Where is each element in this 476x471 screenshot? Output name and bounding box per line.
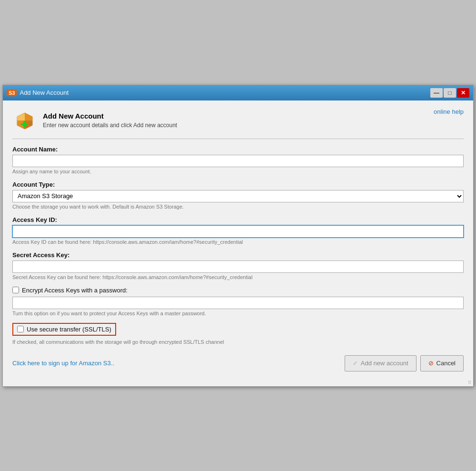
title-bar-title: Add New Account (20, 89, 69, 96)
access-key-section: Access Key ID: Access Key ID can be foun… (12, 216, 464, 245)
window-controls: — □ ✕ (430, 88, 469, 98)
add-account-button[interactable]: ✓ Add new account (345, 355, 416, 371)
title-bar-left: S3 Add New Account (7, 89, 69, 96)
app-icon (12, 108, 37, 133)
access-key-hint: Access Key ID can be found here: https:/… (12, 239, 464, 245)
account-name-section: Account Name: Assign any name to your ac… (12, 146, 464, 174)
secure-transfer-section: Use secure transfer (SSL/TLS) If checked… (12, 323, 464, 345)
resize-handle[interactable]: ⠿ (3, 379, 473, 386)
cancel-button[interactable]: ⊘ Cancel (420, 355, 464, 371)
account-type-section: Account Type: Amazon S3 Storage Google C… (12, 181, 464, 210)
encrypt-keys-row: Encrypt Access Keys with a password: (12, 287, 464, 294)
secret-key-input[interactable] (12, 261, 464, 273)
footer-section: Click here to sign up for Amazon S3.. ✓ … (12, 351, 464, 371)
encrypt-keys-hint: Turn this option on if you want to prote… (12, 311, 464, 316)
header-left: Add New Account Enter new account detail… (12, 108, 177, 133)
secret-key-label: Secret Access Key: (12, 251, 464, 259)
account-type-select[interactable]: Amazon S3 Storage Google Cloud Storage A… (12, 190, 464, 202)
svg-marker-2 (25, 113, 32, 120)
maximize-button[interactable]: □ (444, 88, 456, 98)
header-divider (12, 139, 464, 139)
cancel-label: Cancel (436, 360, 456, 367)
account-name-hint: Assign any name to your account. (12, 169, 464, 174)
footer-buttons: ✓ Add new account ⊘ Cancel (345, 355, 464, 371)
dialog-subtitle: Enter new account details and click Add … (43, 122, 177, 129)
secret-key-section: Secret Access Key: Secret Access Key can… (12, 251, 464, 280)
account-name-label: Account Name: (12, 146, 464, 153)
svg-marker-1 (17, 113, 25, 120)
encrypt-keys-input[interactable] (12, 297, 464, 309)
app-badge: S3 (7, 90, 17, 96)
encrypt-keys-section: Encrypt Access Keys with a password: Tur… (12, 287, 464, 316)
account-type-hint: Choose the storage you want to work with… (12, 204, 464, 210)
title-bar: S3 Add New Account — □ ✕ (3, 85, 473, 100)
account-type-label: Account Type: (12, 181, 464, 188)
content-area: Add New Account Enter new account detail… (3, 100, 473, 379)
secure-transfer-box[interactable]: Use secure transfer (SSL/TLS) (12, 323, 116, 336)
minimize-button[interactable]: — (430, 88, 443, 98)
dialog-title: Add New Account (43, 112, 177, 120)
access-key-label: Access Key ID: (12, 216, 464, 223)
main-window: S3 Add New Account — □ ✕ (2, 85, 474, 387)
secure-transfer-hint: If checked, all communications with the … (12, 339, 464, 345)
online-help-link[interactable]: online help (434, 108, 464, 115)
close-button[interactable]: ✕ (457, 88, 469, 98)
header-text: Add New Account Enter new account detail… (43, 112, 177, 129)
add-account-label: Add new account (361, 360, 408, 367)
encrypt-keys-label[interactable]: Encrypt Access Keys with a password: (22, 287, 128, 294)
secure-transfer-label[interactable]: Use secure transfer (SSL/TLS) (27, 326, 111, 333)
access-key-input[interactable] (12, 225, 464, 238)
cancel-icon: ⊘ (428, 360, 434, 367)
secret-key-hint: Secret Access Key can be found here: htt… (12, 274, 464, 280)
account-name-input[interactable] (12, 155, 464, 167)
encrypt-keys-checkbox[interactable] (12, 287, 19, 293)
secure-transfer-checkbox[interactable] (17, 326, 24, 332)
svg-rect-6 (23, 121, 25, 128)
dialog-header: Add New Account Enter new account detail… (12, 108, 464, 133)
check-icon: ✓ (353, 360, 358, 367)
signup-link[interactable]: Click here to sign up for Amazon S3.. (12, 360, 114, 367)
